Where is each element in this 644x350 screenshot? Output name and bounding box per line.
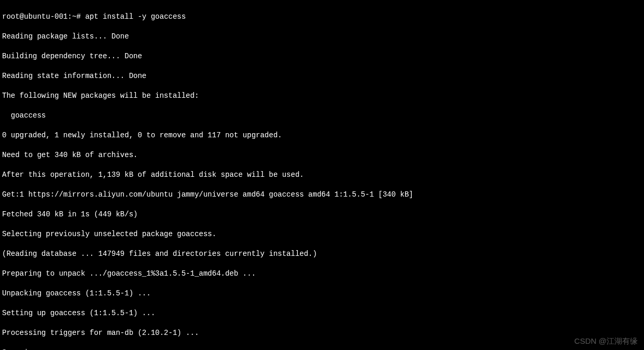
output-line: Scanning processes...: [2, 348, 642, 350]
terminal-output[interactable]: root@ubuntu-001:~# apt install -y goacce…: [2, 2, 642, 350]
output-line: Unpacking goaccess (1:1.5.5-1) ...: [2, 289, 642, 299]
output-line: After this operation, 1,139 kB of additi…: [2, 170, 642, 180]
output-line: Reading state information... Done: [2, 71, 642, 81]
prompt-path: :~#: [68, 12, 81, 21]
output-line: Processing triggers for man-db (2.10.2-1…: [2, 328, 642, 338]
output-line: Need to get 340 kB of archives.: [2, 150, 642, 160]
output-line: Setting up goaccess (1:1.5.5-1) ...: [2, 308, 642, 318]
output-line: Reading package lists... Done: [2, 32, 642, 42]
output-line: Selecting previously unselected package …: [2, 229, 642, 239]
output-line: Get:1 https://mirrors.aliyun.com/ubuntu …: [2, 190, 642, 200]
output-line: (Reading database ... 147949 files and d…: [2, 249, 642, 259]
prompt-user-host: root@ubuntu-001: [2, 12, 68, 21]
command-line-1: root@ubuntu-001:~# apt install -y goacce…: [2, 12, 642, 22]
output-line: The following NEW packages will be insta…: [2, 91, 642, 101]
watermark-text: CSDN @江湖有缘: [574, 336, 638, 346]
output-line: 0 upgraded, 1 newly installed, 0 to remo…: [2, 131, 642, 140]
output-line: goaccess: [2, 111, 642, 121]
output-line: Building dependency tree... Done: [2, 51, 642, 61]
output-line: Fetched 340 kB in 1s (449 kB/s): [2, 210, 642, 219]
output-line: Preparing to unpack .../goaccess_1%3a1.5…: [2, 269, 642, 279]
command-text: apt install -y goaccess: [85, 12, 186, 21]
